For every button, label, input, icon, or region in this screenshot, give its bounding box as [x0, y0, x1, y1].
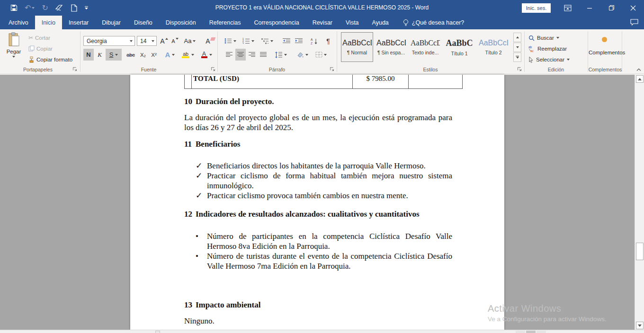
bold-button[interactable]: N — [83, 49, 94, 61]
styles-dialog-launcher[interactable] — [517, 67, 522, 72]
collapse-ribbon-icon[interactable] — [635, 66, 643, 73]
tab-ayuda[interactable]: Ayuda — [366, 16, 395, 29]
line-spacing-button[interactable] — [273, 49, 289, 61]
font-color-button[interactable]: A — [199, 49, 214, 61]
change-case-button[interactable]: Aa — [183, 35, 197, 47]
borders-button[interactable] — [313, 49, 330, 61]
check-list-item[interactable]: ✓ Beneficiarios directos los habitantes … — [184, 161, 452, 171]
clipboard-dialog-launcher[interactable] — [72, 67, 78, 72]
save-icon[interactable] — [10, 2, 18, 14]
tab-archivo[interactable]: Archivo — [2, 16, 35, 29]
copy-button[interactable]: Copiar — [27, 44, 54, 53]
status-proofing-icon[interactable] — [155, 331, 160, 333]
strikethrough-button[interactable]: abc — [125, 49, 137, 61]
cursor-arrow-icon — [528, 56, 534, 63]
tab-correspondencia[interactable]: Correspondencia — [247, 16, 305, 29]
document-page[interactable]: TOTAL (USD) $ 7985.00 10Duración del pro… — [130, 75, 504, 330]
paste-button[interactable]: Pegar — [3, 32, 24, 68]
paragraph-duration[interactable]: La duración del proyecto global es de un… — [184, 113, 452, 132]
scroll-down-button[interactable] — [636, 322, 644, 329]
tab-insertar[interactable]: Insertar — [62, 16, 95, 29]
styles-scroll-down[interactable] — [513, 43, 521, 52]
text-effects-button[interactable]: A — [163, 49, 177, 61]
increase-indent-button[interactable] — [294, 35, 304, 47]
text-highlight-button[interactable]: ab — [180, 49, 196, 61]
check-list-item[interactable]: ✓ Practicar ciclismo de forma habitual t… — [184, 171, 452, 191]
scrollbar-thumb[interactable] — [636, 243, 644, 260]
font-family-combobox[interactable]: Georgia — [83, 36, 135, 46]
tab-revisar[interactable]: Revisar — [306, 16, 339, 29]
style-normal[interactable]: AaBbCcD ¶ Normal — [341, 32, 373, 62]
paragraph-dialog-launcher[interactable] — [330, 67, 335, 72]
paragraph-ninguno[interactable]: Ninguno. — [184, 316, 452, 326]
view-web-layout-button[interactable] — [537, 331, 546, 333]
tab-inicio[interactable]: Inicio — [35, 16, 62, 29]
styles-scroll-up[interactable] — [513, 33, 521, 42]
align-center-button[interactable] — [235, 49, 246, 61]
table-cell-marker[interactable] — [184, 75, 191, 88]
sort-button[interactable]: AZ — [308, 35, 320, 47]
grow-font-button[interactable]: A — [159, 35, 169, 47]
shading-button[interactable] — [294, 49, 310, 61]
show-marks-button[interactable]: ¶ — [323, 35, 333, 47]
customize-qat-icon[interactable] — [84, 2, 89, 14]
bullet-list-item[interactable]: • Número de turistas durante el evento d… — [184, 251, 452, 271]
style-indent-text[interactable]: AaBbCcD Texto inde... — [409, 32, 441, 62]
multilevel-list-button[interactable] — [259, 35, 276, 47]
tab-diseno[interactable]: Diseño — [127, 16, 159, 29]
find-button[interactable]: Buscar — [528, 34, 559, 42]
numbering-button[interactable]: 123 — [241, 35, 256, 47]
bullets-button[interactable] — [223, 35, 238, 47]
addins-button[interactable]: Complementos — [589, 34, 620, 55]
justify-button[interactable] — [258, 49, 268, 61]
close-icon[interactable] — [625, 0, 641, 16]
subscript-button[interactable]: X₂ — [138, 49, 148, 61]
underline-button[interactable]: S — [106, 49, 122, 61]
align-left-button[interactable] — [224, 49, 234, 61]
tab-disposicion[interactable]: Disposición — [159, 16, 203, 29]
tab-referencias[interactable]: Referencias — [203, 16, 248, 29]
view-read-mode-button[interactable] — [516, 331, 525, 333]
check-list-item[interactable]: ✓ Practicar ciclismo provoca también cam… — [184, 191, 452, 201]
tab-vista[interactable]: Vista — [339, 16, 366, 29]
scroll-up-button[interactable] — [636, 75, 644, 83]
font-dialog-launcher[interactable] — [211, 67, 216, 72]
align-right-button[interactable] — [247, 49, 257, 61]
comments-icon[interactable] — [630, 19, 638, 26]
ribbon-display-options-icon[interactable] — [560, 0, 576, 16]
style-heading2[interactable]: AaBbCcD Título 2 — [477, 32, 510, 62]
table-cell-empty[interactable] — [408, 75, 463, 88]
restore-icon[interactable] — [603, 0, 619, 16]
minimize-icon[interactable] — [581, 0, 598, 16]
style-heading1[interactable]: AaBbC Título 1 — [443, 32, 475, 62]
list-item-text: Beneficiarios directos los habitantes de… — [207, 161, 452, 171]
view-print-layout-button[interactable] — [526, 331, 536, 333]
font-size-combobox[interactable]: 14 — [137, 36, 157, 46]
styles-more-button[interactable] — [513, 53, 521, 62]
eraser-icon[interactable] — [55, 2, 64, 14]
replace-button[interactable]: abac Reemplazar — [528, 44, 567, 53]
table-cell-total-label[interactable]: TOTAL (USD) — [191, 75, 352, 88]
section-heading-11[interactable]: 11Beneficiarios — [184, 140, 452, 149]
format-painter-button[interactable]: Copiar formato — [27, 55, 74, 64]
tab-dibujar[interactable]: Dibujar — [95, 16, 127, 29]
vertical-scrollbar[interactable] — [635, 75, 644, 330]
sign-in-button[interactable]: Inic. ses. — [522, 3, 551, 13]
new-document-icon[interactable] — [71, 2, 77, 14]
clear-formatting-button[interactable]: A — [205, 35, 216, 47]
select-button[interactable]: Seleccionar — [528, 55, 570, 64]
decrease-indent-button[interactable] — [281, 35, 292, 47]
style-heading1-label: Título 1 — [451, 51, 467, 56]
superscript-button[interactable]: X² — [149, 49, 159, 61]
shrink-font-button[interactable]: A — [170, 35, 180, 47]
bullet-list-item[interactable]: • Número de participantes en la competen… — [184, 231, 452, 251]
style-no-spacing[interactable]: AaBbCcD ¶ Sin espa... — [375, 32, 407, 62]
section-heading-10[interactable]: 10Duración del proyecto. — [184, 97, 452, 106]
table-cell-total-value[interactable]: $ 7985.00 — [352, 75, 408, 88]
cut-button[interactable]: ✂ Cortar — [27, 34, 52, 42]
italic-button[interactable]: K — [95, 49, 105, 61]
section-heading-12[interactable]: 12Indicadores de resultados alcanzados: … — [184, 210, 452, 219]
budget-table[interactable]: TOTAL (USD) $ 7985.00 — [184, 75, 463, 89]
tell-me-box[interactable]: ¿Qué desea hacer? — [403, 16, 465, 29]
section-heading-13[interactable]: 13Impacto ambiental — [184, 301, 452, 309]
